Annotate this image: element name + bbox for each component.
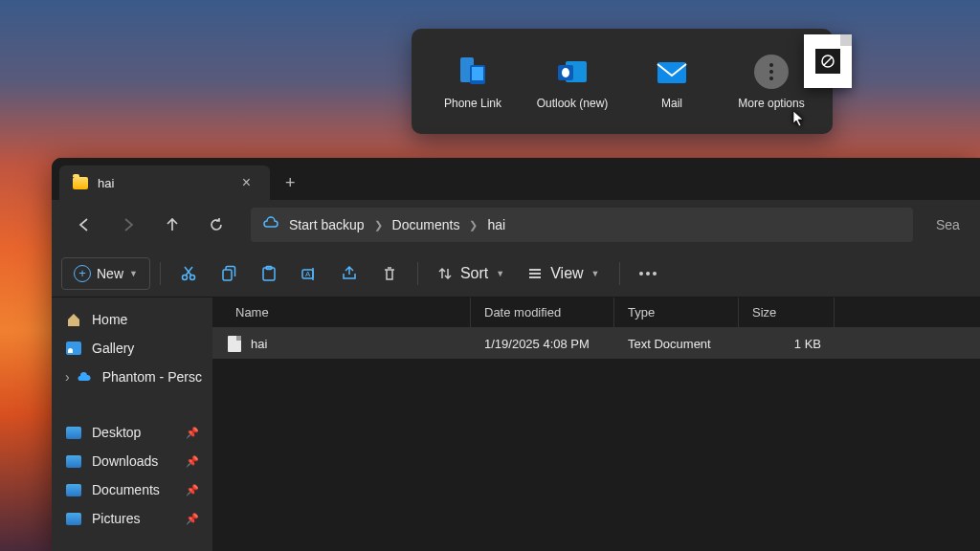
chevron-right-icon: ❯ (469, 219, 478, 231)
search-input[interactable]: Sea (928, 217, 967, 232)
file-explorer-window: hai × + Start backup ❯ Documents ❯ hai S… (52, 158, 980, 551)
share-item-more-options[interactable]: More options (728, 53, 814, 110)
sidebar-item-pictures[interactable]: Pictures📌 (52, 504, 212, 533)
col-date[interactable]: Date modified (471, 298, 614, 327)
view-button[interactable]: View ▼ (518, 257, 609, 290)
back-button[interactable] (65, 206, 103, 244)
cut-button[interactable] (170, 257, 207, 290)
col-type[interactable]: Type (614, 298, 739, 327)
share-label: Phone Link (444, 97, 501, 110)
file-type-cell: Text Document (614, 337, 739, 351)
svg-point-5 (562, 68, 569, 77)
svg-text:A: A (305, 270, 311, 278)
share-label: Outlook (new) (537, 97, 609, 110)
nav-bar: Start backup ❯ Documents ❯ hai Sea (52, 200, 980, 250)
new-tab-button[interactable]: + (270, 165, 311, 200)
tab-bar: hai × + (52, 158, 980, 200)
outlook-icon (553, 53, 591, 91)
folder-icon (73, 177, 88, 189)
more-options-icon (752, 53, 791, 91)
pin-icon: 📌 (186, 484, 199, 496)
cloud-icon (262, 216, 279, 233)
breadcrumb-backup[interactable]: Start backup (289, 217, 365, 232)
folder-icon (65, 511, 82, 526)
share-item-phone-link[interactable]: Phone Link (430, 53, 516, 110)
chevron-down-icon: ▼ (129, 269, 138, 278)
up-button[interactable] (153, 206, 191, 244)
svg-rect-6 (657, 62, 686, 83)
phone-link-icon (454, 53, 492, 91)
svg-line-8 (824, 57, 832, 65)
tab-title: hai (98, 176, 227, 190)
mail-icon (653, 53, 691, 91)
tab-hai[interactable]: hai × (59, 165, 270, 200)
share-button[interactable] (331, 257, 368, 290)
copy-button[interactable] (211, 257, 247, 290)
share-item-outlook[interactable]: Outlook (new) (529, 53, 615, 110)
file-size-cell: 1 KB (739, 337, 835, 351)
sidebar: Home Gallery Phantom - Persc Desktop📌 Do… (52, 298, 212, 551)
folder-icon (65, 425, 82, 440)
sidebar-item-desktop[interactable]: Desktop📌 (52, 418, 212, 447)
rename-button[interactable]: A (291, 257, 327, 290)
sort-button[interactable]: Sort ▼ (428, 257, 514, 290)
plus-icon: + (74, 265, 91, 282)
more-button[interactable] (630, 272, 666, 276)
svg-rect-11 (223, 270, 232, 280)
svg-rect-2 (472, 67, 483, 80)
content-area: Name Date modified Type Size hai 1/19/20… (212, 298, 980, 551)
breadcrumb-documents[interactable]: Documents (392, 217, 460, 232)
text-file-icon (228, 336, 241, 352)
share-item-mail[interactable]: Mail (629, 53, 715, 110)
folder-icon (65, 453, 82, 469)
share-flyout: Phone Link Outlook (new) Mail More optio… (412, 29, 833, 134)
gallery-icon (65, 341, 82, 356)
delete-button[interactable] (371, 257, 408, 290)
dragged-document-icon (804, 34, 852, 88)
file-row[interactable]: hai 1/19/2025 4:08 PM Text Document 1 KB (212, 328, 980, 359)
sidebar-item-phantom[interactable]: Phantom - Persc (52, 363, 212, 391)
breadcrumb-hai[interactable]: hai (487, 217, 505, 232)
new-button[interactable]: + New ▼ (61, 257, 150, 290)
sidebar-item-home[interactable]: Home (52, 305, 212, 334)
col-name[interactable]: Name (212, 298, 471, 327)
close-tab-button[interactable]: × (236, 172, 256, 193)
cursor-icon (792, 110, 806, 131)
sort-icon (437, 266, 453, 281)
column-headers: Name Date modified Type Size (212, 298, 980, 328)
chevron-right-icon: ❯ (374, 219, 383, 231)
pin-icon: 📌 (186, 427, 199, 439)
refresh-button[interactable] (197, 206, 235, 244)
address-bar[interactable]: Start backup ❯ Documents ❯ hai (251, 208, 913, 242)
chevron-down-icon: ▼ (496, 269, 504, 278)
sidebar-item-downloads[interactable]: Downloads📌 (52, 447, 212, 475)
paste-button[interactable] (251, 257, 287, 290)
forward-button[interactable] (109, 206, 147, 244)
col-size[interactable]: Size (739, 298, 835, 327)
home-icon (65, 312, 82, 327)
view-icon (527, 266, 543, 281)
folder-icon (65, 482, 82, 497)
toolbar: + New ▼ A Sort ▼ View ▼ (52, 250, 980, 298)
file-date-cell: 1/19/2025 4:08 PM (471, 337, 614, 351)
share-label: Mail (661, 97, 682, 110)
chevron-down-icon: ▼ (591, 269, 600, 278)
sidebar-item-gallery[interactable]: Gallery (52, 334, 212, 363)
pin-icon: 📌 (186, 513, 199, 525)
pin-icon: 📌 (186, 455, 199, 468)
sidebar-item-documents[interactable]: Documents📌 (52, 475, 212, 504)
file-name-cell: hai (212, 336, 471, 352)
share-label: More options (738, 97, 804, 110)
onedrive-icon (76, 369, 93, 385)
